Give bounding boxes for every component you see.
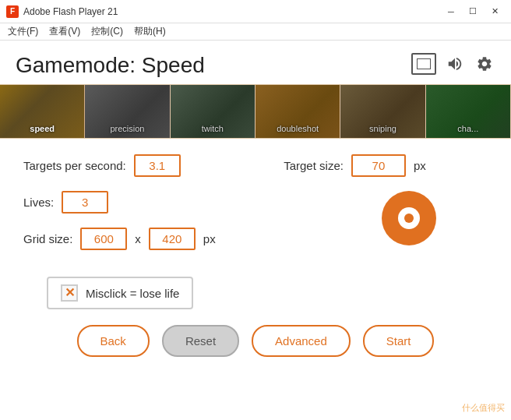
maximize-button[interactable]: ☐ [463,4,483,19]
x-separator: x [135,232,141,245]
tab-doubleshot-label: doubleshot [277,124,319,133]
lives-label: Lives: [23,196,54,209]
tab-precision[interactable]: precision [85,85,170,138]
tab-speed-label: speed [30,124,55,133]
misclick-row: ✕ Misclick = lose life [47,277,193,309]
target-size-row: Target size: px [284,154,426,177]
targets-per-second-row: Targets per second: [23,154,268,177]
reset-button[interactable]: Reset [162,325,239,357]
lives-input[interactable] [62,191,108,214]
tab-precision-label: precision [110,124,144,133]
title-text: Adobe Flash Player 21 [23,6,118,17]
menu-control[interactable]: 控制(C) [86,23,128,40]
watermark: 什么值得买 [462,402,505,414]
volume-icon[interactable] [444,53,466,75]
main-area: Gamemode: Speed [0,41,511,420]
misclick-section: ✕ Misclick = lose life [0,264,511,309]
button-row: Back Reset Advanced Start [0,309,511,369]
misclick-label: Misclick = lose life [86,287,179,300]
settings-container: Targets per second: Lives: Grid size: x … [0,139,511,264]
grid-width-input[interactable] [80,228,127,250]
grid-size-label: Grid size: [23,232,72,245]
tab-speed[interactable]: speed [0,85,85,138]
tab-twitch-label: twitch [202,124,224,133]
app-icon: F [6,5,19,18]
menu-help[interactable]: 帮助(H) [129,23,171,40]
tab-challenge-label: cha... [457,124,478,133]
lives-row: Lives: [23,191,268,214]
title-bar-left: F Adobe Flash Player 21 [6,5,118,18]
app-header: Gamemode: Speed [0,41,511,84]
grid-height-input[interactable] [149,228,196,250]
target-size-px-label: px [414,159,426,172]
target-size-label: Target size: [284,159,344,172]
target-preview-container [284,199,488,245]
settings-left: Targets per second: Lives: Grid size: x … [23,154,268,264]
settings-right: Target size: px [284,154,488,264]
grid-size-row: Grid size: x px [23,228,268,250]
advanced-button[interactable]: Advanced [252,325,351,357]
tab-sniping-label: sniping [369,124,396,133]
menu-file[interactable]: 文件(F) [3,23,43,40]
tab-sniping[interactable]: sniping [340,85,425,138]
game-title: Gamemode: Speed [16,53,205,78]
back-button[interactable]: Back [77,325,150,357]
target-center-dot [404,214,414,223]
tab-twitch[interactable]: twitch [171,85,256,138]
settings-icon[interactable] [474,53,495,75]
svg-rect-0 [417,58,431,69]
checkbox-x-mark: ✕ [65,287,75,299]
start-button[interactable]: Start [363,325,435,357]
misclick-checkbox[interactable]: ✕ [61,284,78,302]
window-controls: ─ ☐ ✕ [441,4,505,19]
target-circle [382,191,436,245]
title-bar: F Adobe Flash Player 21 ─ ☐ ✕ [0,0,511,23]
tab-doubleshot[interactable]: doubleshot [256,85,340,138]
target-size-input[interactable] [351,154,406,177]
target-inner-ring [398,207,420,229]
fullscreen-icon[interactable] [411,53,436,75]
menu-bar: 文件(F) 查看(V) 控制(C) 帮助(H) [0,23,511,41]
grid-px-label: px [203,232,216,245]
tab-challenge[interactable]: cha... [426,85,511,138]
close-button[interactable]: ✕ [485,4,505,19]
targets-per-second-input[interactable] [134,154,181,177]
header-icons [411,53,495,75]
minimize-button[interactable]: ─ [441,4,461,19]
targets-per-second-label: Targets per second: [23,159,126,172]
tab-strip: speed precision twitch doubleshot snipin… [0,84,511,139]
menu-view[interactable]: 查看(V) [44,23,85,40]
